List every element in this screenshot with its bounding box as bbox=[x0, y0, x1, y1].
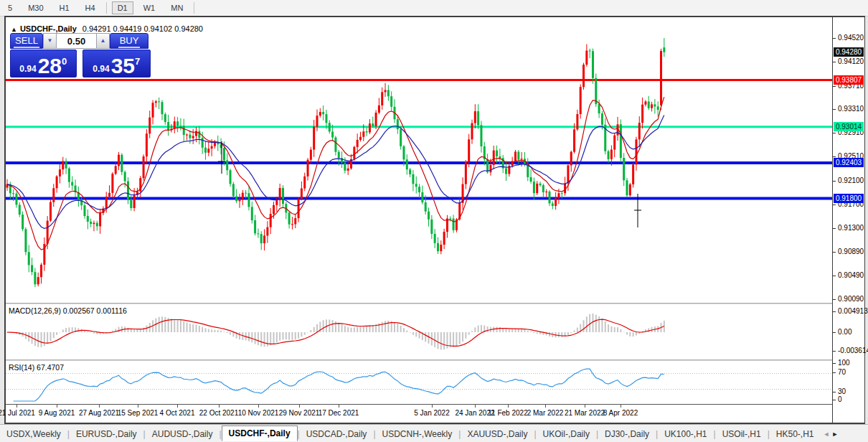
tab-scroll-left-icon[interactable]: ◄ bbox=[824, 431, 830, 438]
date-axis-tick bbox=[299, 405, 300, 408]
chart-title-line: ▲USDCHF-,Daily0.94291 0.94419 0.94102 0.… bbox=[11, 24, 203, 33]
date-axis-label: 15 Sep 2021 bbox=[118, 409, 159, 417]
timeframe-toolbar: 5M30H1H4D1W1MN bbox=[0, 0, 868, 17]
price-axis-label: 0.91300 bbox=[838, 224, 864, 232]
price-axis-label: 0.94520 bbox=[838, 34, 864, 42]
price-axis-label: 0.90890 bbox=[838, 248, 864, 255]
buy-price-display[interactable]: 0.94 35 7 bbox=[82, 50, 151, 77]
sell-price-pip-digit: 0 bbox=[62, 56, 67, 67]
volume-increase-button[interactable]: ▲ bbox=[96, 33, 110, 49]
tab-dj30-daily[interactable]: DJ30-,Daily bbox=[598, 427, 656, 441]
buy-button-label: BUY bbox=[118, 35, 141, 48]
price-axis-label: 0.90490 bbox=[838, 271, 864, 279]
price-axis-tick bbox=[833, 62, 836, 62]
tab-eurusd-daily[interactable]: EURUSD-,Daily bbox=[70, 427, 143, 441]
date-axis-label: 21 Mar 2022 bbox=[565, 409, 605, 417]
volume-decrease-button[interactable]: ▼ bbox=[43, 33, 57, 49]
chart-ohlc-values: 0.94291 0.94419 0.94102 0.94280 bbox=[82, 24, 203, 33]
tab-usdcnh-weekly[interactable]: USDCNH-,Weekly bbox=[376, 427, 459, 441]
price-axis-tick bbox=[833, 156, 836, 157]
sell-button-label: SELL bbox=[14, 35, 39, 48]
timeframe-button-d1[interactable]: D1 bbox=[112, 1, 133, 14]
date-axis-tick bbox=[508, 405, 509, 408]
price-axis-tick bbox=[833, 228, 836, 229]
timeframe-button-5[interactable]: 5 bbox=[2, 1, 18, 14]
macd-axis-label: -0.003614 bbox=[838, 347, 868, 354]
price-level-badge: 0.92403 bbox=[834, 158, 864, 167]
tab-usdchf-daily[interactable]: USDCHF-,Daily bbox=[222, 425, 298, 441]
date-axis-label: 10 Nov 2021 bbox=[238, 409, 279, 417]
tab-usdcad-daily[interactable]: USDCAD-,Daily bbox=[300, 427, 374, 441]
timeframe-button-m30[interactable]: M30 bbox=[22, 1, 49, 14]
chart-client-area: ▲USDCHF-,Daily0.94291 0.94419 0.94102 0.… bbox=[6, 17, 864, 423]
moving-average-line bbox=[7, 97, 664, 250]
tab-uk100-h1[interactable]: UK100-,H1 bbox=[658, 427, 713, 441]
date-axis-label: 22 Oct 2021 bbox=[199, 409, 238, 417]
date-axis[interactable]: 21 Jul 20219 Aug 202127 Aug 202115 Sep 2… bbox=[6, 405, 832, 423]
toolbar-separator bbox=[106, 2, 107, 14]
price-axis-tick bbox=[833, 299, 836, 300]
date-axis-label: 11 Feb 2022 bbox=[488, 409, 527, 417]
tab-scroll-arrows: ◄► bbox=[824, 431, 839, 438]
macd-histogram bbox=[6, 314, 665, 349]
chart-tab-bar: USDX,Weekly|EURUSD-,Daily|AUDUSD-,Daily|… bbox=[0, 424, 868, 442]
rsi-axis-tick bbox=[833, 392, 836, 392]
timeframe-button-mn[interactable]: MN bbox=[165, 1, 189, 14]
volume-input[interactable] bbox=[57, 33, 96, 49]
price-level-badge: 0.93014 bbox=[834, 122, 864, 131]
tab-audusd-daily[interactable]: AUDUSD-,Daily bbox=[146, 427, 220, 441]
buy-button[interactable]: BUY bbox=[110, 33, 148, 49]
rsi-panel-canvas[interactable] bbox=[6, 361, 832, 405]
tab-scroll-right-icon[interactable]: ► bbox=[831, 431, 838, 438]
date-axis-label: 21 Jul 2021 bbox=[0, 409, 35, 417]
date-axis-tick bbox=[545, 405, 546, 408]
macd-axis-tick bbox=[833, 332, 836, 333]
date-axis-tick bbox=[16, 405, 17, 408]
rsi-axis-label: 30 bbox=[838, 387, 846, 395]
tab-usoil-h1[interactable]: USOil-,H1 bbox=[716, 427, 768, 441]
tab-xauusd-daily[interactable]: XAUUSD-,Daily bbox=[461, 427, 534, 441]
tab-hk50-h1[interactable]: HK50-,H1 bbox=[770, 427, 821, 441]
price-axis-tick bbox=[833, 181, 836, 182]
price-axis-tick bbox=[833, 109, 836, 110]
chart-window: ▲USDCHF-,Daily0.94291 0.94419 0.94102 0.… bbox=[4, 16, 865, 424]
sell-price-display[interactable]: 0.94 28 0 bbox=[10, 50, 77, 77]
price-axis-label: 0.92100 bbox=[838, 177, 864, 184]
date-axis-tick bbox=[177, 405, 178, 408]
macd-axis-tick bbox=[833, 351, 836, 352]
tab-usdx-weekly[interactable]: USDX,Weekly bbox=[0, 427, 67, 441]
tab-ukoil-daily[interactable]: UKOil-,Daily bbox=[537, 427, 596, 441]
date-axis-tick bbox=[138, 405, 138, 408]
price-axis-tick bbox=[833, 133, 836, 133]
date-axis-tick bbox=[621, 405, 621, 408]
date-axis-label: 27 Aug 2021 bbox=[79, 409, 119, 417]
date-axis-tick bbox=[219, 405, 220, 408]
price-axis-label: 0.94120 bbox=[838, 57, 864, 65]
buy-price-big-digits: 35 bbox=[111, 55, 135, 77]
price-axis-label: 0.93310 bbox=[838, 105, 864, 113]
toolbar-separator bbox=[194, 2, 194, 14]
timeframe-button-h1[interactable]: H1 bbox=[54, 1, 75, 14]
macd-axis-label: 0.004913 bbox=[838, 307, 868, 315]
date-axis-tick bbox=[99, 405, 100, 408]
date-axis-tick bbox=[258, 405, 259, 408]
date-axis-tick bbox=[432, 405, 433, 408]
macd-indicator-label: MACD(12,26,9) 0.002567 0.001116 bbox=[9, 306, 127, 315]
rsi-axis-tick bbox=[833, 400, 836, 400]
date-axis-label: 5 Jan 2022 bbox=[414, 409, 450, 417]
collapse-panel-icon[interactable]: ▲ bbox=[11, 26, 17, 33]
macd-axis-label: 0.00 bbox=[838, 328, 852, 336]
macd-panel-canvas[interactable] bbox=[6, 304, 832, 359]
price-axis-tick bbox=[833, 252, 836, 253]
buy-price-pip-digit: 7 bbox=[135, 56, 140, 67]
date-axis-tick bbox=[339, 405, 339, 408]
date-axis-tick bbox=[475, 405, 476, 408]
timeframe-button-h4[interactable]: H4 bbox=[80, 1, 101, 14]
date-axis-tick bbox=[585, 405, 585, 408]
timeframe-button-w1[interactable]: W1 bbox=[138, 1, 161, 14]
price-axis-tick bbox=[833, 38, 836, 39]
sell-button[interactable]: SELL bbox=[10, 33, 43, 49]
price-axis[interactable]: 0.945200.941200.937100.933100.929100.925… bbox=[832, 17, 864, 423]
sell-price-big-digits: 28 bbox=[38, 55, 62, 77]
date-axis-label: 2 Mar 2022 bbox=[527, 409, 564, 417]
